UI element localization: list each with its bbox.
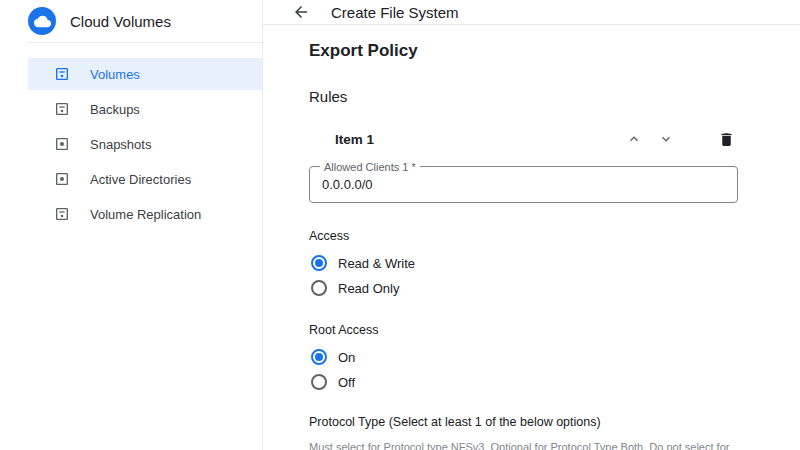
back-arrow-icon[interactable]: [289, 0, 313, 24]
root-access-option-off[interactable]: Off: [309, 373, 738, 391]
sidebar-item-label: Volume Replication: [90, 207, 201, 222]
sidebar-item-label: Backups: [90, 102, 140, 117]
sidebar-item-snapshots[interactable]: Snapshots: [28, 128, 262, 160]
radio-option-label: Read Only: [338, 281, 399, 296]
rules-title: Rules: [309, 88, 738, 105]
radio-selected-icon: [311, 255, 327, 271]
rule-item-title: Item 1: [335, 132, 622, 147]
rule-item-header: Item 1: [309, 127, 738, 151]
sidebar: Cloud Volumes Volumes Backups Snapshots: [0, 0, 263, 450]
page-title: Create File System: [331, 4, 459, 21]
volume-icon: [54, 66, 70, 82]
backup-icon: [54, 101, 70, 117]
app-title: Cloud Volumes: [70, 13, 171, 30]
main-panel: Create File System Export Policy Rules I…: [263, 0, 800, 450]
replication-icon: [54, 206, 70, 222]
trash-icon[interactable]: [714, 127, 738, 151]
sidebar-nav: Volumes Backups Snapshots Active Directo…: [28, 43, 262, 233]
chevron-up-icon[interactable]: [622, 127, 646, 151]
sidebar-item-volumes[interactable]: Volumes: [28, 58, 262, 90]
radio-option-label: Off: [338, 375, 355, 390]
access-option-read-only[interactable]: Read Only: [309, 279, 738, 297]
sidebar-item-label: Snapshots: [90, 137, 151, 152]
allowed-clients-field: Allowed Clients 1 *: [309, 166, 738, 203]
sidebar-item-active-directories[interactable]: Active Directories: [28, 163, 262, 195]
rule-item-controls: [622, 127, 738, 151]
directory-icon: [54, 171, 70, 187]
root-access-label: Root Access: [309, 323, 738, 337]
root-access-option-on[interactable]: On: [309, 348, 738, 366]
snapshot-icon: [54, 136, 70, 152]
protocol-type-label: Protocol Type (Select at least 1 of the …: [309, 415, 738, 429]
sidebar-item-label: Active Directories: [90, 172, 191, 187]
radio-selected-icon: [311, 349, 327, 365]
app-window: Cloud Volumes Volumes Backups Snapshots: [0, 0, 800, 450]
radio-option-label: Read & Write: [338, 256, 415, 271]
radio-unselected-icon: [311, 374, 327, 390]
access-label: Access: [309, 229, 738, 243]
page-header: Create File System: [263, 0, 800, 25]
form-content: Export Policy Rules Item 1: [263, 25, 800, 450]
allowed-clients-label: Allowed Clients 1 *: [320, 161, 420, 173]
protocol-helper-text: Must select for Protocol type NFSv3. Opt…: [309, 439, 738, 450]
radio-unselected-icon: [311, 280, 327, 296]
sidebar-item-volume-replication[interactable]: Volume Replication: [28, 198, 262, 230]
section-title: Export Policy: [309, 41, 738, 61]
access-option-read-write[interactable]: Read & Write: [309, 254, 738, 272]
sidebar-header: Cloud Volumes: [28, 0, 262, 43]
cloud-icon: [28, 7, 56, 35]
sidebar-item-backups[interactable]: Backups: [28, 93, 262, 125]
sidebar-item-label: Volumes: [90, 67, 140, 82]
allowed-clients-input[interactable]: [322, 177, 725, 192]
radio-option-label: On: [338, 350, 355, 365]
chevron-down-icon[interactable]: [654, 127, 678, 151]
